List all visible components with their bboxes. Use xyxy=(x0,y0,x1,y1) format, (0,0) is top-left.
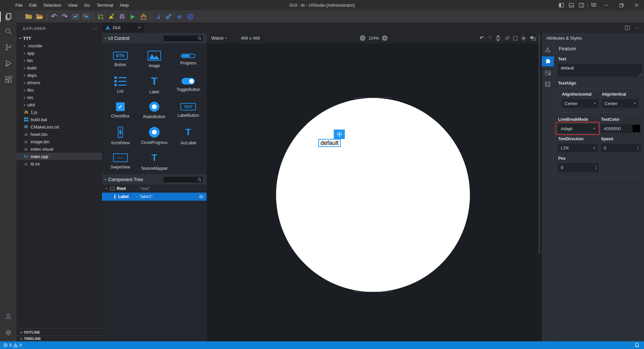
theme-brightness-icon[interactable] xyxy=(521,36,526,41)
tree-folder[interactable]: deps xyxy=(16,71,102,79)
split-editor-icon[interactable] xyxy=(625,26,630,30)
bounds-toggle-icon[interactable] xyxy=(513,36,517,40)
feature-puzzle-icon[interactable] xyxy=(542,56,554,66)
run-debug-icon[interactable] xyxy=(0,55,16,71)
editor-more-actions-icon[interactable] xyxy=(635,25,639,30)
align-vertical-select[interactable]: Center xyxy=(602,99,638,108)
restore-button[interactable] xyxy=(614,0,629,10)
tree-folder[interactable]: app xyxy=(16,49,102,57)
widget-tile[interactable]: RadioButton xyxy=(137,98,171,123)
widget-tile[interactable]: ScrollView xyxy=(103,123,137,149)
ui-control-search-input[interactable] xyxy=(163,35,203,42)
explorer-icon[interactable] xyxy=(0,10,16,23)
design-canvas[interactable]: Watch 466 x 466 124% xyxy=(207,33,541,341)
tree-folder[interactable]: res xyxy=(16,94,102,101)
selected-label-widget[interactable]: default xyxy=(318,139,341,147)
tree-folder[interactable]: build xyxy=(16,64,102,71)
tree-root-folder[interactable]: TTT xyxy=(16,35,102,42)
problems-status[interactable]: 0 0 xyxy=(3,343,21,348)
zoom-in-button[interactable] xyxy=(382,35,387,41)
widget-tile[interactable]: Label xyxy=(137,72,171,98)
extensions-icon[interactable] xyxy=(0,71,16,88)
widget-tile[interactable]: TextureMapper xyxy=(137,149,171,174)
outline-section[interactable]: OUTLINE xyxy=(16,328,102,336)
rotate-screen-icon[interactable] xyxy=(504,36,509,41)
menu-item[interactable]: File xyxy=(12,0,26,10)
canvas-scrollbar[interactable] xyxy=(538,34,540,254)
color-swatch[interactable] xyxy=(633,125,640,132)
menu-item[interactable]: Go xyxy=(81,0,93,10)
toggle-panel-icon[interactable] xyxy=(566,0,576,10)
redo-icon[interactable] xyxy=(60,12,69,21)
close-tab-icon[interactable] xyxy=(138,26,141,30)
tree-folder[interactable]: bin xyxy=(16,57,102,64)
tree-folder[interactable]: drivers xyxy=(16,79,102,86)
ui-control-header[interactable]: UI Control xyxy=(102,33,207,43)
open-folder-icon[interactable] xyxy=(35,12,44,21)
linebreakmode-select[interactable]: Adapt xyxy=(558,124,598,133)
move-editor-right-icon[interactable] xyxy=(82,12,91,21)
widget-tile[interactable]: ArcLabel xyxy=(171,123,205,149)
visibility-eye-icon[interactable] xyxy=(199,194,204,199)
watch-preview-icon[interactable] xyxy=(496,35,500,41)
tree-node-label1[interactable]: Label - "label1" xyxy=(102,193,207,201)
tree-file[interactable]: image.bin xyxy=(16,138,102,145)
menu-item[interactable]: View xyxy=(65,0,81,10)
more-actions-icon[interactable] xyxy=(93,26,98,31)
new-folder-icon[interactable] xyxy=(24,12,33,21)
text-input[interactable]: default xyxy=(558,64,642,77)
tree-file[interactable]: CMakeLists.txt xyxy=(16,123,102,131)
widget-tile[interactable]: CircleProgress xyxy=(137,123,171,149)
watch-display[interactable] xyxy=(276,98,470,292)
widget-tile[interactable]: Image xyxy=(137,47,171,72)
pos-stepper[interactable]: 0 xyxy=(558,163,598,172)
menu-item[interactable]: Selection xyxy=(40,0,64,10)
source-control-icon[interactable] xyxy=(0,39,16,55)
chip-icon[interactable] xyxy=(186,12,195,21)
widget-tile[interactable]: Button xyxy=(103,47,137,72)
textdirection-select[interactable]: LTR xyxy=(558,144,598,152)
account-icon[interactable] xyxy=(0,308,16,325)
menu-item[interactable]: Terminal xyxy=(93,0,116,10)
sort-lines-icon[interactable]: 0110 xyxy=(96,12,105,21)
widget-tile[interactable]: ToggleButton xyxy=(171,72,205,98)
canvas-undo-icon[interactable] xyxy=(479,35,484,41)
notifications-bell-icon[interactable] xyxy=(635,343,639,348)
tune-icon[interactable] xyxy=(118,12,126,21)
install-icon[interactable] xyxy=(139,12,148,21)
move-handle[interactable] xyxy=(334,130,345,139)
layout-swap-icon[interactable] xyxy=(530,36,536,41)
device-select[interactable]: Watch xyxy=(211,36,227,41)
tab-gui[interactable]: GUI xyxy=(102,22,144,33)
tree-file[interactable]: build.bat xyxy=(16,116,102,123)
tree-folder[interactable]: .vscode xyxy=(16,42,102,49)
undo-icon[interactable] xyxy=(50,12,58,21)
chart-icon[interactable] xyxy=(154,12,162,21)
search-icon[interactable] xyxy=(0,23,16,39)
tree-folder[interactable]: libs xyxy=(16,86,102,94)
tree-file[interactable]: index.visual xyxy=(16,145,102,153)
run-icon[interactable] xyxy=(128,12,137,21)
menu-item[interactable]: Edit xyxy=(26,0,40,10)
clean-icon[interactable] xyxy=(107,12,116,21)
toggle-sidebar-icon[interactable] xyxy=(556,0,566,10)
widget-tile[interactable]: LabelButton xyxy=(171,98,205,123)
close-window-button[interactable] xyxy=(629,0,644,10)
align-horizontal-select[interactable]: Center xyxy=(562,99,598,108)
tree-file[interactable]: 1.js xyxy=(16,108,102,116)
toggle-secondary-sidebar-icon[interactable] xyxy=(576,0,586,10)
tree-file[interactable]: ttt.ini xyxy=(16,160,102,167)
move-editor-left-icon[interactable] xyxy=(71,12,80,21)
frame-style-icon[interactable] xyxy=(542,79,554,89)
widget-tile[interactable]: SwipeView xyxy=(103,149,137,174)
zoom-out-button[interactable] xyxy=(360,35,366,41)
widget-tile[interactable]: List xyxy=(103,72,137,98)
info-card-icon[interactable] xyxy=(542,68,554,78)
hierarchy-icon[interactable] xyxy=(542,45,554,55)
tree-node-root[interactable]: Root - "root" xyxy=(102,185,207,193)
widget-tile[interactable]: CheckBox xyxy=(103,98,137,123)
widget-tile[interactable]: Progress xyxy=(171,47,205,72)
minimize-button[interactable] xyxy=(599,0,614,10)
build-gears-icon[interactable] xyxy=(164,12,173,21)
customize-layout-icon[interactable] xyxy=(589,0,599,10)
